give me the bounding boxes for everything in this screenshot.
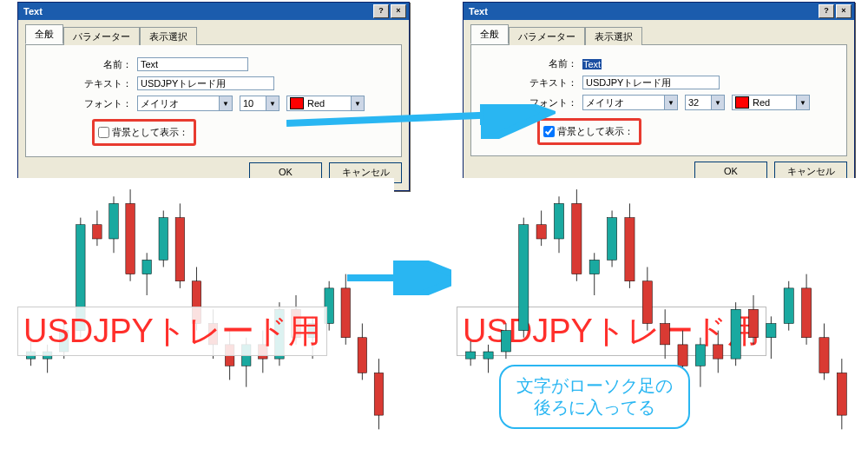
tab-parameters[interactable]: パラメーター <box>63 27 140 45</box>
dialog-title: Text <box>23 6 43 16</box>
svg-rect-61 <box>589 260 599 274</box>
background-checkbox[interactable] <box>98 127 109 138</box>
chevron-down-icon: ▼ <box>219 96 232 110</box>
arrow-icon <box>286 104 556 139</box>
name-input[interactable] <box>137 57 248 71</box>
text-dialog-left: Text ? × 全般 パラメーター 表示選択 名前： テキスト： フォント： … <box>17 2 410 191</box>
tab-display[interactable]: 表示選択 <box>140 27 197 45</box>
svg-rect-79 <box>748 309 758 338</box>
tabstrip: 全般 パラメーター 表示選択 <box>470 25 847 45</box>
svg-rect-87 <box>819 338 829 373</box>
titlebar[interactable]: Text ? × <box>18 3 409 20</box>
arrow-icon <box>347 261 469 295</box>
svg-rect-75 <box>713 345 723 359</box>
svg-rect-47 <box>466 352 476 359</box>
close-icon[interactable]: × <box>391 4 406 18</box>
font-combo[interactable]: メイリオ▼ <box>137 96 233 111</box>
svg-rect-57 <box>554 203 563 239</box>
svg-rect-18 <box>159 218 168 261</box>
svg-rect-77 <box>731 309 740 359</box>
chevron-down-icon: ▼ <box>266 96 279 110</box>
label-font: フォント： <box>36 97 132 110</box>
titlebar[interactable]: Text ? × <box>464 3 854 20</box>
svg-rect-63 <box>607 218 616 261</box>
callout-bubble: 文字がローソク足の 後ろに入ってる <box>499 365 690 429</box>
chart-text-overlay[interactable]: USDJPYトレード用 <box>17 307 327 356</box>
svg-rect-67 <box>642 281 652 324</box>
chevron-down-icon: ▼ <box>711 96 724 109</box>
tab-general[interactable]: 全般 <box>25 24 63 44</box>
svg-rect-81 <box>766 324 776 338</box>
tab-body: 名前： テキスト： フォント： メイリオ▼ 10▼ Red ▼ 背景 <box>25 45 402 157</box>
chevron-down-icon: ▼ <box>796 96 809 109</box>
svg-rect-16 <box>142 260 152 274</box>
svg-rect-55 <box>536 225 546 239</box>
tabstrip: 全般 パラメーター 表示選択 <box>25 25 402 45</box>
size-combo[interactable]: 32▼ <box>685 95 725 110</box>
label-name: 名前： <box>482 57 577 70</box>
svg-rect-73 <box>695 345 705 366</box>
text-input[interactable] <box>582 76 720 89</box>
svg-rect-14 <box>126 203 135 274</box>
label-name: 名前： <box>36 58 132 71</box>
dialog-title: Text <box>469 6 488 16</box>
tab-general[interactable]: 全般 <box>470 24 509 44</box>
highlight-background-row: 背景として表示： <box>92 119 196 146</box>
svg-rect-42 <box>358 338 367 373</box>
name-input[interactable]: Text <box>582 59 687 69</box>
text-input[interactable] <box>137 76 274 90</box>
svg-rect-12 <box>109 203 119 239</box>
color-combo[interactable]: Red ▼ <box>732 95 810 110</box>
svg-rect-59 <box>572 203 582 274</box>
svg-rect-65 <box>625 218 635 281</box>
label-background: 背景として表示： <box>112 126 188 139</box>
text-dialog-right: Text ? × 全般 パラメーター 表示選択 名前： Text テキスト： フ… <box>463 2 855 190</box>
svg-rect-71 <box>678 345 687 366</box>
svg-rect-20 <box>175 218 185 281</box>
svg-rect-51 <box>501 331 510 352</box>
svg-rect-83 <box>784 288 793 324</box>
color-swatch <box>735 96 749 109</box>
close-icon[interactable]: × <box>836 4 852 18</box>
tab-display[interactable]: 表示選択 <box>585 27 642 45</box>
svg-rect-40 <box>341 288 351 338</box>
tab-body: 名前： Text テキスト： フォント： メイリオ▼ 32▼ Red ▼ <box>470 45 847 156</box>
help-icon[interactable]: ? <box>819 4 834 18</box>
svg-rect-53 <box>519 225 529 331</box>
size-combo[interactable]: 10▼ <box>240 96 279 111</box>
svg-rect-44 <box>374 373 384 415</box>
svg-line-0 <box>286 113 542 123</box>
font-combo[interactable]: メイリオ▼ <box>582 95 678 110</box>
help-icon[interactable]: ? <box>373 4 389 18</box>
svg-rect-89 <box>837 373 846 415</box>
svg-rect-69 <box>661 324 670 345</box>
chart-left: USDJPYトレード用 <box>12 178 394 469</box>
svg-rect-85 <box>801 288 811 338</box>
svg-rect-10 <box>93 225 102 239</box>
label-text: テキスト： <box>482 76 577 89</box>
chevron-down-icon: ▼ <box>664 96 677 109</box>
svg-rect-49 <box>483 352 493 359</box>
label-text: テキスト： <box>36 77 132 90</box>
tab-parameters[interactable]: パラメーター <box>509 27 585 45</box>
label-background: 背景として表示： <box>557 125 634 138</box>
